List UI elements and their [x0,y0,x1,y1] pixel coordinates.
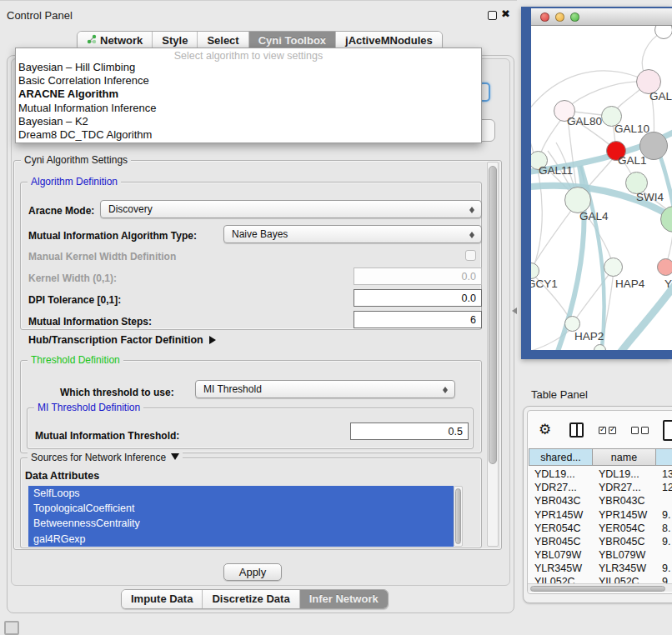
group-title: Cyni Algorithm Settings [21,154,131,166]
node-label: GAL4 [579,210,609,222]
aracne-mode-combobox[interactable]: Discovery [100,200,482,218]
mi-algorithm-type-combobox[interactable]: Naive Bayes [223,225,482,243]
page-icon[interactable] [663,420,672,441]
table-row[interactable]: YDR27...YDR27...12 [529,482,672,495]
dropdown-placeholder: Select algorithm to view settings [16,48,481,61]
which-threshold-label: Which threshold to use: [60,387,174,398]
mi-algorithm-type-label: Mutual Information Algorithm Type: [28,230,197,242]
dock-panel-icon[interactable] [4,621,19,635]
top-divider [0,0,517,1]
settings-scrollbar-track[interactable] [487,162,499,547]
combo-arrows-icon [469,204,475,216]
attribute-item-selected[interactable]: SelfLoops [28,486,454,501]
combo-arrows-icon [469,229,475,241]
table-row[interactable]: YPR145WYPR145W9. [529,509,672,522]
table-row[interactable]: YBR043CYBR043C [529,495,672,508]
control-panel-title: Control Panel [7,9,73,22]
dropdown-item[interactable]: Mutual Information Inference [16,102,481,115]
table-row[interactable]: YDL19...YDL19...13 [529,468,672,482]
network-canvas[interactable]: GAL GAL80 GAL10 GAL1 GAL11 SWI4 GAL4 GCY… [531,26,672,350]
table-hscrollbar-track[interactable] [528,583,672,592]
table-header-row: shared... name A [529,448,672,466]
gear-icon[interactable]: ⚙ [539,421,551,438]
close-icon[interactable]: ✖ [501,8,510,20]
disclosure-down-icon [171,453,179,464]
apply-button[interactable]: Apply [223,563,282,581]
network-window-titlebar[interactable] [531,8,672,26]
dropdown-item[interactable]: Bayesian – K2 [16,115,481,128]
tab-impute-data[interactable]: Impute Data [122,590,202,608]
node-label: GAL11 [539,164,573,177]
node-label: GAL [649,90,672,102]
dpi-tolerance-input[interactable]: 0.0 [354,289,482,307]
algorithm-dropdown-list: Select algorithm to view settings Bayesi… [15,48,482,143]
checkbox-checked-icon[interactable] [599,427,606,434]
mutual-information-threshold-label: Mutual Information Threshold: [35,430,179,442]
attribute-item-selected[interactable]: BetweennessCentrality [28,516,454,531]
column-header-shared-name[interactable]: shared... [529,448,593,466]
table-hscrollbar-thumb[interactable] [530,586,665,592]
node-label: GCY1 [531,278,558,290]
attribute-item-selected[interactable]: gal4RGexp [28,532,454,547]
network-node[interactable] [657,258,672,276]
group-title: MI Threshold Definition [34,402,143,413]
node-label: SWI4 [636,191,664,203]
close-traffic-light-icon[interactable] [540,12,549,22]
attribute-item-selected[interactable]: TopologicalCoefficient [28,501,454,516]
network-node[interactable] [604,258,623,277]
data-attributes-label: Data Attributes [25,470,99,482]
attributes-scrollbar-track[interactable] [454,486,463,547]
float-window-icon[interactable] [488,11,497,20]
network-icon [87,34,97,47]
table-row[interactable]: YIL052CYIL052C9 [529,576,672,583]
hub-definition-disclosure[interactable]: Hub/Transcription Factor Definition [28,334,220,346]
checkbox-unchecked-icon[interactable] [641,427,649,434]
table-row[interactable]: YBL079WYBL079W [529,549,672,562]
checkbox-unchecked-icon[interactable] [631,427,639,434]
column-header-a[interactable]: A [656,448,672,466]
mutual-information-threshold-input[interactable]: 0.5 [350,422,469,440]
network-node[interactable] [654,26,672,39]
mi-steps-input[interactable]: 6 [354,311,482,328]
kernel-width-label: Kernel Width (0,1): [28,272,117,284]
dropdown-item[interactable]: Dream8 DC_TDC Algorithm [16,128,481,142]
dpi-tolerance-label: DPI Tolerance [0,1]: [28,294,121,306]
node-label: HAP4 [615,278,644,290]
which-threshold-combobox[interactable]: MI Threshold [195,380,455,398]
checkbox-checked-icon[interactable] [609,427,616,434]
group-title: Algorithm Definition [28,176,121,188]
columns-icon[interactable] [569,422,584,438]
settings-scrollbar-thumb[interactable] [489,166,497,464]
node-label: Y [664,278,672,290]
table-row[interactable]: YER054CYER054C8. [529,522,672,536]
tab-infer-network[interactable]: Infer Network [299,590,388,608]
manual-kernel-width-checkbox[interactable] [465,250,476,261]
dropdown-item-selected[interactable]: ARACNE Algorithm [16,88,481,101]
mi-steps-label: Mutual Information Steps: [28,316,152,328]
bottom-tabbar: Impute Data Discretize Data Infer Networ… [121,589,389,609]
table-row[interactable]: YBR045CYBR045C9. [529,536,672,549]
combo-arrows-icon [443,384,449,396]
disclosure-right-icon [209,336,220,344]
data-attributes-list: SelfLoops TopologicalCoefficient Between… [28,486,454,547]
column-header-name[interactable]: name [593,448,656,466]
tab-discretize-data[interactable]: Discretize Data [202,590,298,608]
node-label: HAP2 [574,330,604,342]
node-label: GAL1 [618,154,647,167]
zoom-traffic-light-icon[interactable] [570,12,579,22]
node-label: GAL80 [567,115,602,128]
aracne-mode-label: Aracne Mode: [28,205,94,217]
table-row[interactable]: YLR345WYLR345W9. [529,562,672,576]
manual-kernel-width-label: Manual Kernel Width Definition [28,251,176,262]
group-title: Threshold Definition [28,354,123,366]
dropdown-item[interactable]: Bayesian – Hill Climbing [16,61,481,74]
table-panel-title: Table Panel [531,388,588,401]
sources-disclosure[interactable]: Sources for Network Inference [28,452,183,464]
panel-collapse-arrow[interactable] [509,308,517,314]
network-view-window[interactable]: GAL GAL80 GAL10 GAL1 GAL11 SWI4 GAL4 GCY… [521,7,672,359]
dropdown-item[interactable]: Basic Correlation Inference [16,74,481,88]
minimize-traffic-light-icon[interactable] [555,12,564,22]
attributes-scrollbar-thumb[interactable] [455,488,461,544]
kernel-width-input: 0.0 [354,268,482,285]
node-label: GAL10 [614,122,649,135]
